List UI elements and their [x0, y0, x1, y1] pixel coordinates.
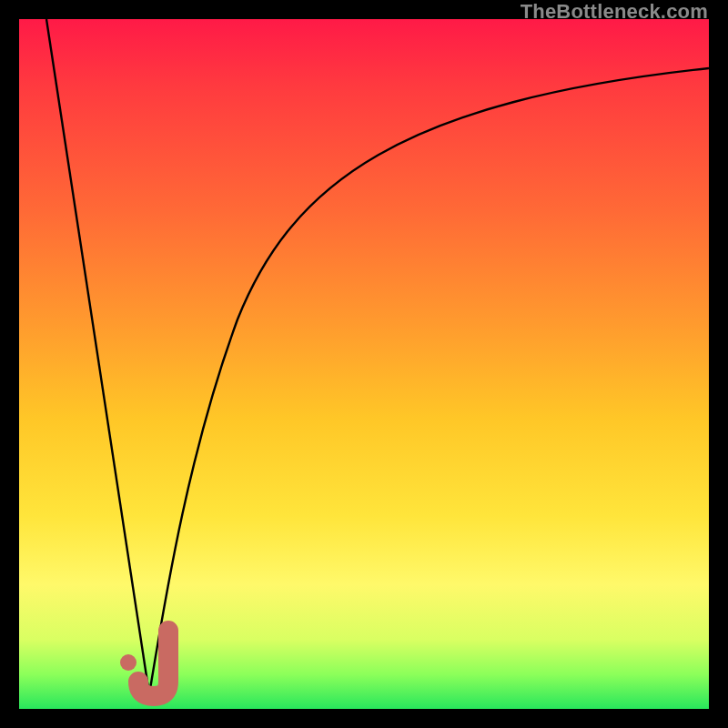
curve-left-branch — [46, 19, 149, 694]
chart-overlay — [19, 19, 709, 709]
curve-right-branch — [149, 68, 709, 694]
j-marker-dot — [120, 654, 136, 671]
chart-frame: TheBottleneck.com — [0, 0, 728, 728]
